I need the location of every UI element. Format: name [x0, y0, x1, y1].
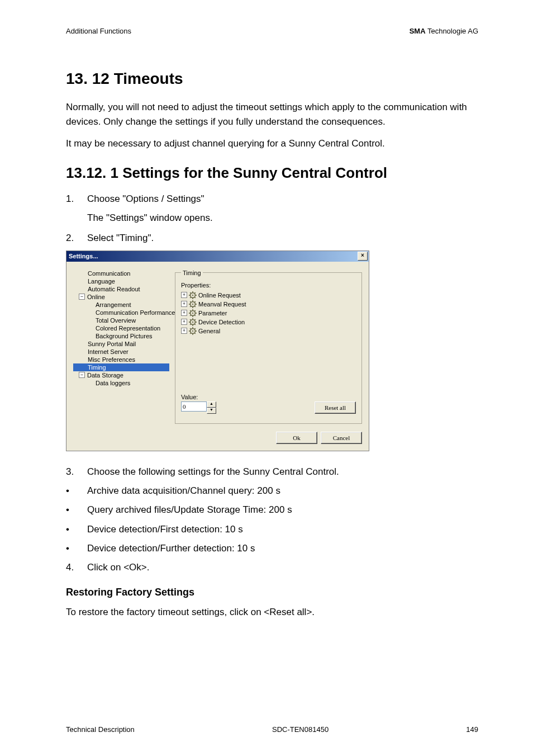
nav-tree-parent[interactable]: −Online	[73, 293, 169, 301]
svg-line-36	[190, 319, 191, 320]
properties-label: Properties:	[181, 282, 356, 289]
nav-item[interactable]: Sunny Portal Mail	[73, 340, 169, 348]
settings-nav-list[interactable]: CommunicationLanguageAutomatic Readout−O…	[73, 270, 169, 424]
dialog-titlebar[interactable]: Settings... ×	[66, 251, 369, 262]
step-4: 4. Click on <Ok>.	[66, 560, 478, 575]
expand-icon[interactable]: +	[181, 292, 187, 298]
step-2-text: Select "Timing".	[87, 231, 154, 245]
footer-page-number: 149	[466, 725, 478, 734]
nav-item[interactable]: Arrangement	[73, 301, 169, 309]
step-1-number: 1.	[66, 192, 87, 206]
section-heading: 13. 12 Timeouts	[66, 70, 478, 88]
svg-line-26	[190, 310, 191, 311]
svg-line-49	[194, 328, 196, 329]
step-3-text: Choose the following settings for the Su…	[87, 465, 339, 479]
bullet-item: •Device detection/First detection: 10 s	[66, 522, 478, 537]
property-item[interactable]: +Parameter	[181, 309, 356, 318]
step-1-sub: The "Settings" window opens.	[87, 211, 478, 225]
minor-heading: Restoring Factory Settings	[66, 587, 478, 598]
nav-item[interactable]: Communication	[73, 270, 169, 277]
subsection-heading: 13.12. 1 Settings for the Sunny Central …	[66, 164, 478, 182]
step-2-number: 2.	[66, 231, 87, 245]
collapse-icon[interactable]: −	[79, 294, 85, 300]
footer-center: SDC-TEN081450	[272, 725, 329, 734]
svg-line-37	[194, 324, 196, 325]
step-4-text: Click on <Ok>.	[87, 560, 150, 575]
property-label: Meanval Request	[198, 301, 246, 308]
nav-item-label: Online	[87, 294, 105, 300]
close-icon[interactable]: ×	[358, 252, 368, 261]
svg-line-47	[194, 333, 196, 334]
step-3-number: 3.	[66, 465, 87, 479]
property-item[interactable]: +Online Request	[181, 291, 356, 300]
header-right: SMA Technologie AG	[410, 27, 478, 35]
cancel-button[interactable]: Cancel	[321, 432, 362, 444]
footer-left: Technical Description	[66, 725, 135, 734]
property-item[interactable]: +Meanval Request	[181, 300, 356, 309]
svg-line-28	[190, 315, 191, 316]
properties-tree[interactable]: +Online Request+Meanval Request+Paramete…	[181, 291, 356, 336]
settings-dialog-screenshot: Settings... × CommunicationLanguageAutom…	[66, 251, 478, 451]
ok-button[interactable]: Ok	[276, 432, 317, 444]
svg-line-46	[190, 328, 191, 329]
nav-tree-parent[interactable]: −Data Storage	[73, 371, 169, 379]
value-input[interactable]	[181, 401, 207, 412]
nav-item[interactable]: Colored Representation	[73, 324, 169, 332]
nav-item-label: Data Storage	[87, 372, 123, 379]
step-1-text: Choose "Options / Settings"	[87, 192, 204, 206]
gear-icon	[189, 291, 197, 299]
nav-item[interactable]: Automatic Readout	[73, 285, 169, 293]
nav-item[interactable]: Background Pictures	[73, 332, 169, 340]
svg-line-29	[194, 310, 196, 311]
nav-item[interactable]: Data loggers	[73, 379, 169, 387]
svg-line-19	[194, 301, 196, 303]
nav-item[interactable]: Total Overview	[73, 316, 169, 324]
bullet-dot: •	[66, 522, 87, 537]
property-label: Online Request	[198, 292, 241, 299]
bullet-dot: •	[66, 484, 87, 498]
value-label: Value:	[181, 394, 356, 400]
paragraph-1: Normally, you will not need to adjust th…	[66, 100, 478, 129]
svg-line-27	[194, 315, 196, 316]
svg-line-7	[194, 297, 196, 298]
spin-down-icon[interactable]: ▼	[207, 408, 216, 414]
bullet-text: Device detection/Further detection: 10 s	[87, 541, 255, 556]
gear-icon	[189, 300, 197, 308]
timing-legend: Timing	[181, 270, 203, 276]
value-spinner[interactable]: ▲ ▼	[181, 401, 216, 414]
expand-icon[interactable]: +	[181, 319, 187, 325]
step-3: 3. Choose the following settings for the…	[66, 465, 478, 479]
expand-icon[interactable]: +	[181, 310, 187, 316]
reset-all-button[interactable]: Reset all	[315, 401, 356, 414]
expand-icon[interactable]: +	[181, 328, 187, 334]
paragraph-3: To restore the factory timeout settings,…	[66, 605, 478, 620]
nav-item[interactable]: Internet Server	[73, 348, 169, 356]
bullet-text: Query archived files/Update Storage Time…	[87, 503, 292, 517]
header-right-bold: SMA	[410, 27, 426, 35]
expand-icon[interactable]: +	[181, 301, 187, 307]
svg-point-21	[192, 312, 194, 314]
svg-point-11	[192, 303, 194, 305]
property-item[interactable]: +Device Detection	[181, 318, 356, 327]
svg-line-38	[190, 324, 191, 325]
nav-item[interactable]: Timing	[73, 363, 169, 371]
svg-line-9	[194, 292, 196, 294]
collapse-icon[interactable]: −	[79, 372, 85, 378]
gear-icon	[189, 309, 197, 317]
bullet-dot: •	[66, 541, 87, 556]
nav-item[interactable]: Communication Performance	[73, 309, 169, 316]
property-item[interactable]: +General	[181, 327, 356, 336]
gear-icon	[189, 318, 197, 326]
svg-line-39	[194, 319, 196, 320]
svg-point-31	[192, 321, 194, 323]
nav-item[interactable]: Language	[73, 277, 169, 285]
property-label: Device Detection	[198, 319, 245, 325]
header-right-rest: Technologie AG	[426, 27, 478, 35]
nav-item[interactable]: Misc Preferences	[73, 356, 169, 363]
spin-up-icon[interactable]: ▲	[207, 401, 216, 408]
step-4-number: 4.	[66, 560, 87, 575]
property-label: Parameter	[198, 310, 227, 316]
dialog-title: Settings...	[69, 253, 98, 259]
property-label: General	[198, 328, 220, 334]
svg-line-8	[190, 297, 191, 298]
